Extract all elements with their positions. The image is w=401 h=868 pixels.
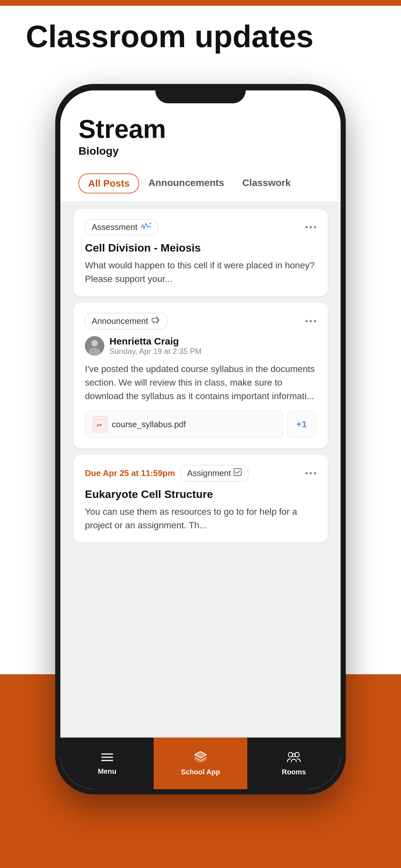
- more-options[interactable]: [305, 226, 316, 228]
- posts-area: Assessment: [60, 201, 341, 789]
- tab-classwork[interactable]: Classwork: [233, 174, 300, 193]
- author-row: Henrietta Craig Sunday, Apr 19 at 2:35 P…: [85, 336, 316, 356]
- assignment-icon: [234, 468, 242, 478]
- page-title: Classroom updates: [26, 20, 313, 54]
- nav-menu-label: Menu: [98, 767, 116, 776]
- pdf-icon: pdf: [93, 416, 107, 432]
- attachment-name: course_syllabus.pdf: [112, 420, 186, 430]
- dot: [310, 320, 312, 322]
- attachment-more[interactable]: +1: [287, 411, 316, 438]
- stream-title: Stream: [79, 116, 322, 142]
- dot: [310, 226, 312, 228]
- avatar-image: [85, 336, 104, 355]
- top-status-bar: [0, 0, 401, 6]
- dot: [314, 226, 316, 228]
- tag-label: Assignment: [187, 468, 231, 478]
- menu-icon: [101, 751, 113, 765]
- dot: [314, 320, 316, 322]
- post-card-assessment[interactable]: Assessment: [73, 209, 328, 296]
- post-body: I've posted the updated course syllabus …: [85, 362, 316, 403]
- post-body: You can use them as resources to go to f…: [85, 505, 316, 532]
- attachment-pdf[interactable]: pdf course_syllabus.pdf: [85, 411, 283, 438]
- nav-rooms[interactable]: Rooms: [247, 738, 341, 789]
- dot: [314, 472, 316, 474]
- author-avatar: [85, 336, 104, 355]
- nav-rooms-label: Rooms: [282, 768, 306, 776]
- tag-label: Announcement: [92, 316, 148, 326]
- tag-label: Assessment: [92, 222, 137, 232]
- phone-notch: [155, 84, 246, 103]
- svg-line-2: [153, 322, 154, 324]
- svg-rect-8: [234, 469, 241, 476]
- announcement-icon: [151, 316, 160, 327]
- announcement-tag: Announcement: [85, 313, 167, 330]
- author-info: Henrietta Craig Sunday, Apr 19 at 2:35 P…: [110, 336, 202, 356]
- dot: [305, 472, 308, 474]
- svg-text:pdf: pdf: [97, 423, 102, 427]
- post-tag-row: Assessment: [85, 219, 316, 235]
- tab-all-posts[interactable]: All Posts: [79, 174, 139, 193]
- stream-subject: Biology: [79, 145, 322, 157]
- post-card-assignment[interactable]: Due Apr 25 at 11:59pm Assignment: [73, 455, 328, 542]
- post-card-announcement[interactable]: Announcement: [73, 303, 328, 448]
- dot: [310, 472, 312, 474]
- post-tag-row: Due Apr 25 at 11:59pm Assignment: [85, 465, 316, 482]
- layers-icon: [194, 751, 207, 765]
- nav-school-app[interactable]: School App: [154, 738, 247, 789]
- due-date: Due Apr 25 at 11:59pm: [85, 468, 175, 478]
- rooms-icon: [287, 751, 301, 765]
- assignment-tag: Assignment: [180, 465, 249, 482]
- post-tag-row: Announcement: [85, 313, 316, 330]
- author-date: Sunday, Apr 19 at 2:35 PM: [110, 347, 202, 356]
- nav-school-app-label: School App: [181, 768, 220, 776]
- post-body: What would happen to this cell if it wer…: [85, 259, 316, 286]
- post-title: Eukaryote Cell Structure: [85, 488, 316, 500]
- phone-screen: Stream Biology All Posts Announcements C…: [60, 90, 341, 789]
- author-name: Henrietta Craig: [110, 336, 202, 347]
- dot: [305, 226, 308, 228]
- tab-announcements[interactable]: Announcements: [139, 174, 233, 193]
- bottom-nav: Menu School App: [60, 738, 341, 789]
- assessment-icon: [141, 222, 151, 232]
- dot: [305, 320, 308, 322]
- nav-menu[interactable]: Menu: [60, 738, 154, 789]
- tab-bar: All Posts Announcements Classwork: [60, 167, 341, 201]
- post-title: Cell Division - Meiosis: [85, 242, 316, 254]
- more-options[interactable]: [305, 472, 316, 474]
- svg-point-4: [91, 340, 98, 346]
- phone-frame: Stream Biology All Posts Announcements C…: [55, 84, 346, 795]
- screen-content: Stream Biology All Posts Announcements C…: [60, 90, 341, 789]
- assessment-tag: Assessment: [85, 219, 158, 235]
- more-options[interactable]: [305, 320, 316, 322]
- attachments-row: pdf course_syllabus.pdf +1: [85, 411, 316, 438]
